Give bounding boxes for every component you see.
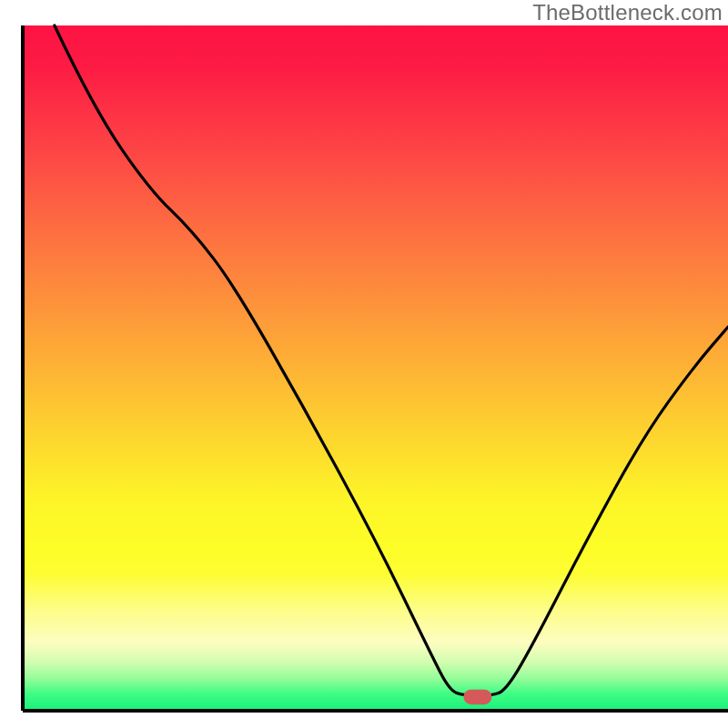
chart-container: TheBottleneck.com — [0, 0, 728, 728]
bottleneck-chart — [0, 0, 728, 728]
plot-background — [23, 25, 728, 711]
watermark-text: TheBottleneck.com — [532, 0, 723, 25]
optimal-marker — [463, 690, 491, 705]
